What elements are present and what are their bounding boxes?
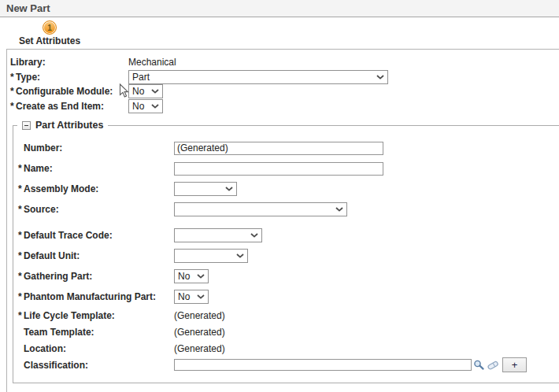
assembly-mode-select[interactable] (174, 182, 237, 196)
library-value: Mechanical (128, 57, 176, 68)
search-icon[interactable] (473, 360, 485, 371)
field-row-name: *Name: (13, 158, 559, 179)
type-select-value: Part (132, 72, 150, 83)
classification-input[interactable] (174, 359, 472, 371)
mouse-cursor-icon (119, 83, 129, 98)
field-row-life-cycle-template: *Life Cycle Template: (Generated) (13, 307, 559, 324)
field-row-assembly-mode: *Assembly Mode: (13, 179, 559, 199)
chevron-down-icon (151, 89, 159, 94)
page-header: New Part (0, 0, 559, 17)
source-select[interactable] (174, 202, 347, 216)
step-1-label: Set Attributes (12, 35, 87, 46)
chevron-down-icon (151, 104, 159, 109)
field-row-source: *Source: (13, 199, 559, 220)
part-attributes-title: Part Attributes (35, 120, 103, 131)
field-row-classification: Classification: (13, 357, 559, 373)
field-row-phantom-manufacturing-part: *Phantom Manufacturing Part: No (13, 287, 559, 307)
configurable-module-label: *Configurable Module: (7, 86, 128, 97)
page-title: New Part (6, 2, 50, 14)
field-row-create-as-end-item: *Create as End Item: No (7, 99, 559, 114)
default-trace-code-label: *Default Trace Code: (13, 230, 174, 241)
location-value: (Generated) (174, 343, 225, 354)
create-as-end-item-select-value: No (132, 101, 144, 112)
part-attributes-section: Part Attributes Number: *Name: *Assembly… (13, 120, 559, 383)
wizard-step[interactable]: 1 Set Attributes (12, 20, 87, 46)
assembly-mode-label: *Assembly Mode: (13, 183, 174, 194)
classification-label: Classification: (13, 360, 174, 371)
create-as-end-item-label: *Create as End Item: (7, 101, 128, 112)
add-classification-button[interactable]: + (502, 357, 527, 372)
field-row-gathering-part: *Gathering Part: No (13, 266, 559, 287)
gathering-part-label: *Gathering Part: (13, 271, 174, 282)
gathering-part-select[interactable]: No (174, 269, 209, 283)
chevron-down-icon (376, 75, 384, 80)
chevron-down-icon (335, 207, 343, 212)
life-cycle-template-label: *Life Cycle Template: (13, 310, 174, 321)
phantom-manufacturing-part-select-value: No (178, 291, 190, 302)
default-unit-select[interactable] (174, 249, 248, 263)
library-label: Library: (7, 57, 128, 68)
default-unit-label: *Default Unit: (13, 250, 174, 261)
location-label: Location: (13, 343, 174, 354)
form-panel: Library: Mechanical *Type: Part *Configu… (6, 49, 559, 392)
number-label: Number: (13, 142, 174, 153)
team-template-label: Team Template: (13, 327, 174, 338)
chevron-down-icon (236, 253, 244, 258)
field-row-library: Library: Mechanical (7, 55, 559, 70)
team-template-value: (Generated) (174, 327, 225, 338)
step-1-badge[interactable]: 1 (43, 20, 57, 35)
chevron-down-icon (225, 187, 233, 191)
row-gap (13, 220, 559, 225)
field-row-default-trace-code: *Default Trace Code: (13, 225, 559, 246)
phantom-manufacturing-part-label: *Phantom Manufacturing Part: (13, 291, 174, 302)
field-row-configurable-module: *Configurable Module: No (7, 84, 559, 99)
configurable-module-select[interactable]: No (128, 84, 163, 98)
default-trace-code-select[interactable] (174, 228, 262, 242)
gathering-part-select-value: No (178, 271, 190, 282)
field-row-type: *Type: Part (7, 70, 559, 85)
number-input[interactable] (174, 142, 383, 155)
part-attributes-legend: Part Attributes (17, 120, 108, 131)
configurable-module-select-value: No (132, 86, 144, 97)
type-label: *Type: (7, 72, 128, 83)
chevron-down-icon (197, 294, 205, 299)
eraser-clear-icon[interactable] (487, 360, 499, 371)
create-as-end-item-select[interactable]: No (128, 99, 163, 113)
life-cycle-template-value: (Generated) (174, 310, 225, 321)
collapse-icon[interactable] (22, 121, 31, 130)
field-row-team-template: Team Template: (Generated) (13, 324, 559, 340)
source-label: *Source: (13, 204, 174, 215)
field-row-number: Number: (13, 138, 559, 158)
chevron-down-icon (197, 274, 205, 279)
phantom-manufacturing-part-select[interactable]: No (174, 290, 209, 304)
field-row-default-unit: *Default Unit: (13, 246, 559, 266)
type-select[interactable]: Part (128, 70, 388, 84)
chevron-down-icon (250, 233, 258, 238)
field-row-location: Location: (Generated) (13, 340, 559, 357)
name-input[interactable] (174, 162, 383, 176)
name-label: *Name: (13, 163, 174, 174)
